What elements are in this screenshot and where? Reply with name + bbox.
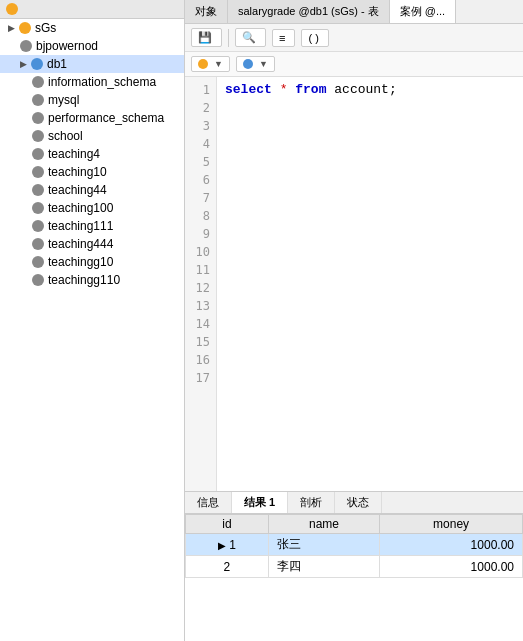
sidebar-item-label: teaching444 — [48, 237, 113, 251]
cell-name: 张三 — [268, 534, 379, 556]
tab-object[interactable]: 对象 — [185, 0, 228, 23]
line-number-6: 6 — [185, 171, 216, 189]
db-dot-icon — [31, 58, 43, 70]
sidebar-item-label: db1 — [47, 57, 67, 71]
result-tab-status[interactable]: 状态 — [335, 492, 382, 513]
line-number-2: 2 — [185, 99, 216, 117]
code-star: * — [280, 82, 288, 97]
sidebar-item-information_schema[interactable]: information_schema — [0, 73, 184, 91]
beautify-button[interactable]: ≡ — [272, 29, 295, 47]
sidebar-item-label: sGs — [35, 21, 56, 35]
result-tab-result1[interactable]: 结果 1 — [232, 492, 288, 513]
result-tab-label: 状态 — [347, 495, 369, 510]
arrow-icon: ▶ — [20, 59, 27, 69]
line-number-16: 16 — [185, 351, 216, 369]
sidebar-item-label: teaching44 — [48, 183, 107, 197]
db-dot-icon — [32, 220, 44, 232]
sidebar-header — [0, 0, 184, 19]
db-dot-icon — [32, 166, 44, 178]
sidebar-item-teaching100[interactable]: teaching100 — [0, 199, 184, 217]
db-dot-icon — [32, 202, 44, 214]
sidebar-item-sGs[interactable]: ▶sGs — [0, 19, 184, 37]
code-content[interactable]: select * from account; — [217, 77, 523, 491]
results-panel: 信息结果 1剖析状态 idnamemoney ▶ 1张三1000.002李四10… — [185, 491, 523, 641]
right-panel: 对象salarygrade @db1 (sGs) - 表案例 @... 💾 🔍 … — [185, 0, 523, 641]
sidebar-item-label: performance_schema — [48, 111, 164, 125]
db-dot-icon — [32, 238, 44, 250]
cell-money: 1000.00 — [380, 556, 523, 578]
sidebar-item-label: teaching4 — [48, 147, 100, 161]
db-dot-icon — [32, 94, 44, 106]
line-number-9: 9 — [185, 225, 216, 243]
db-dot-icon — [32, 256, 44, 268]
db-icon — [243, 59, 253, 69]
code-snippet-button[interactable]: ( ) — [301, 29, 328, 47]
sidebar-item-teaching10[interactable]: teaching10 — [0, 163, 184, 181]
schema-chevron-icon: ▼ — [214, 59, 223, 69]
db-dot-icon — [32, 274, 44, 286]
toolbar: 💾 🔍 ≡ ( ) — [185, 24, 523, 52]
column-header-id: id — [186, 515, 269, 534]
line-number-4: 4 — [185, 135, 216, 153]
schema-icon — [198, 59, 208, 69]
tab-query[interactable]: 案例 @... — [390, 0, 456, 23]
line-number-8: 8 — [185, 207, 216, 225]
sidebar-item-teaching44[interactable]: teaching44 — [0, 181, 184, 199]
cell-money: 1000.00 — [380, 534, 523, 556]
tab-label: 对象 — [195, 4, 217, 19]
line-number-15: 15 — [185, 333, 216, 351]
beautify-icon: ≡ — [279, 32, 285, 44]
column-header-name: name — [268, 515, 379, 534]
sidebar-item-teachingg10[interactable]: teachingg10 — [0, 253, 184, 271]
save-button[interactable]: 💾 — [191, 28, 222, 47]
cell-name: 李四 — [268, 556, 379, 578]
sidebar-item-teaching111[interactable]: teaching111 — [0, 217, 184, 235]
line-number-10: 10 — [185, 243, 216, 261]
sidebar-item-db1[interactable]: ▶db1 — [0, 55, 184, 73]
sidebar-item-bjpowernod[interactable]: bjpowernod — [0, 37, 184, 55]
arrow-icon: ▶ — [8, 23, 15, 33]
result-tab-info[interactable]: 信息 — [185, 492, 232, 513]
code-editor: 1234567891011121314151617 select * from … — [185, 77, 523, 491]
db-dropdown[interactable]: ▼ — [236, 56, 275, 72]
db-dot-icon — [20, 40, 32, 52]
keyword-from: from — [295, 82, 326, 97]
schema-dropdown[interactable]: ▼ — [191, 56, 230, 72]
keyword-select: select — [225, 82, 272, 97]
tab-label: salarygrade @db1 (sGs) - 表 — [238, 4, 379, 19]
db-chevron-icon: ▼ — [259, 59, 268, 69]
query-builder-button[interactable]: 🔍 — [235, 28, 266, 47]
line-number-13: 13 — [185, 297, 216, 315]
table-row[interactable]: ▶ 1张三1000.00 — [186, 534, 523, 556]
sidebar-item-teaching4[interactable]: teaching4 — [0, 145, 184, 163]
sidebar-item-label: teaching111 — [48, 219, 113, 233]
results-tabs: 信息结果 1剖析状态 — [185, 492, 523, 514]
sidebar-item-school[interactable]: school — [0, 127, 184, 145]
code-line-1: select * from account; — [225, 81, 515, 99]
cell-id: 2 — [186, 556, 269, 578]
sidebar-item-label: school — [48, 129, 83, 143]
sidebar-item-label: mysql — [48, 93, 79, 107]
line-number-14: 14 — [185, 315, 216, 333]
result-tab-profiling[interactable]: 剖析 — [288, 492, 335, 513]
tab-salarygrade[interactable]: salarygrade @db1 (sGs) - 表 — [228, 0, 390, 23]
cell-id: ▶ 1 — [186, 534, 269, 556]
sidebar-item-performance_schema[interactable]: performance_schema — [0, 109, 184, 127]
server-dot-icon — [19, 22, 31, 34]
code-table: account; — [334, 82, 396, 97]
table-row[interactable]: 2李四1000.00 — [186, 556, 523, 578]
data-table: idnamemoney ▶ 1张三1000.002李四1000.00 — [185, 514, 523, 578]
sidebar-item-mysql[interactable]: mysql — [0, 91, 184, 109]
line-number-3: 3 — [185, 117, 216, 135]
sidebar: ▶sGsbjpowernod▶db1information_schemamysq… — [0, 0, 185, 641]
line-number-12: 12 — [185, 279, 216, 297]
sidebar-item-teachingg110[interactable]: teachingg110 — [0, 271, 184, 289]
column-header-money: money — [380, 515, 523, 534]
row-arrow-icon: ▶ — [218, 540, 226, 551]
db-dot-icon — [32, 184, 44, 196]
sidebar-item-label: teachingg110 — [48, 273, 120, 287]
db-dot-icon — [32, 112, 44, 124]
line-number-5: 5 — [185, 153, 216, 171]
sidebar-item-teaching444[interactable]: teaching444 — [0, 235, 184, 253]
result-tab-label: 信息 — [197, 495, 219, 510]
